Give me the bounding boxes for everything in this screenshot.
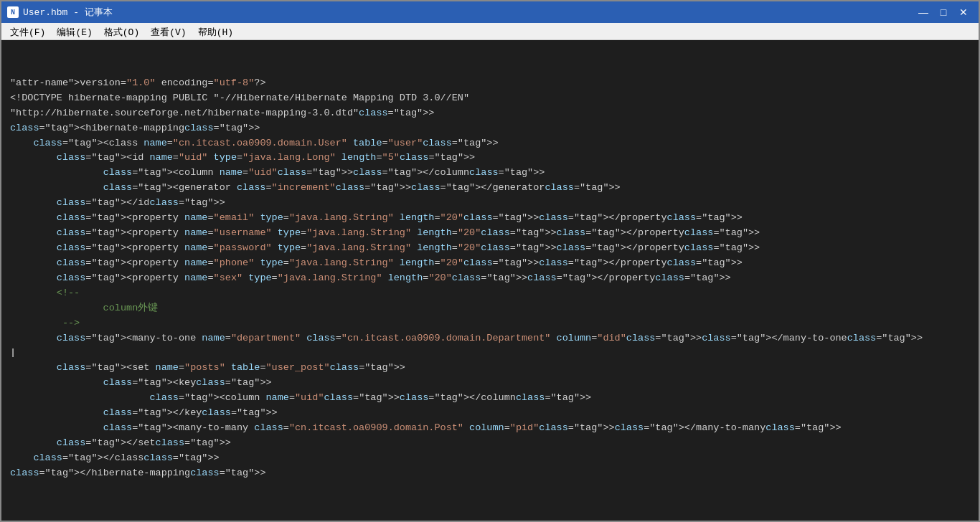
editor-line: class="tag"><property name="email" type=… [10, 211, 970, 226]
maximize-button[interactable]: □ [934, 4, 953, 20]
main-window: N User.hbm - 记事本 — □ ✕ 文件(F)编辑(E)格式(O)查看… [0, 0, 980, 522]
app-icon: N [7, 6, 19, 18]
menu-bar: 文件(F)编辑(E)格式(O)查看(V)帮助(H) [1, 23, 979, 40]
close-button[interactable]: ✕ [954, 4, 973, 20]
editor-area[interactable]: "attr-name">version="1.0" encoding="utf-… [1, 40, 979, 521]
editor-line: class="tag"><class name="cn.itcast.oa090… [10, 136, 970, 151]
menu-item-h[interactable]: 帮助(H) [192, 24, 239, 38]
title-bar-left: N User.hbm - 记事本 [7, 6, 113, 19]
editor-line: "attr-name">version="1.0" encoding="utf-… [10, 76, 970, 91]
editor-line: column外键 [10, 301, 970, 316]
menu-item-e[interactable]: 编辑(E) [51, 24, 98, 38]
window-controls: — □ ✕ [914, 4, 973, 20]
editor-line: class="tag"><property name="sex" type="j… [10, 271, 970, 286]
editor-line: class="tag"><many-to-many class="cn.itca… [10, 421, 970, 436]
minimize-button[interactable]: — [914, 4, 933, 20]
editor-line: class="tag"><keyclass="tag">> [10, 376, 970, 391]
editor-line: class="tag"><column name="uid"class="tag… [10, 166, 970, 181]
editor-line: --> [10, 316, 970, 331]
editor-line: class="tag"><property name="username" ty… [10, 226, 970, 241]
editor-line: class="tag"></classclass="tag">> [10, 451, 970, 466]
editor-line: class="tag"></keyclass="tag">> [10, 406, 970, 421]
title-bar: N User.hbm - 记事本 — □ ✕ [1, 1, 979, 23]
menu-item-v[interactable]: 查看(V) [145, 24, 192, 38]
editor-line: "http://hibernate.sourceforge.net/hibern… [10, 106, 970, 121]
editor-line: class="tag"></hibernate-mappingclass="ta… [10, 466, 970, 481]
window-title: User.hbm - 记事本 [23, 6, 113, 19]
editor-line: class="tag"><column name="uid"class="tag… [10, 391, 970, 406]
editor-line: class="tag"><hibernate-mappingclass="tag… [10, 121, 970, 136]
menu-item-f[interactable]: 文件(F) [4, 24, 51, 38]
editor-line: class="tag"></idclass="tag">> [10, 196, 970, 211]
editor-line: <!DOCTYPE hibernate-mapping PUBLIC "-//H… [10, 91, 970, 106]
editor-line: class="tag"></setclass="tag">> [10, 436, 970, 451]
editor-line: class="tag"><many-to-one name="departmen… [10, 331, 970, 346]
editor-line: | [10, 346, 970, 361]
editor-line: class="tag"><set name="posts" table="use… [10, 361, 970, 376]
editor-line: <!-- [10, 286, 970, 301]
editor-line: class="tag"><property name="phone" type=… [10, 256, 970, 271]
editor-line: class="tag"><property name="password" ty… [10, 241, 970, 256]
editor-line: class="tag"><generator class="increment"… [10, 181, 970, 196]
editor-line: class="tag"><id name="uid" type="java.la… [10, 151, 970, 166]
menu-item-o[interactable]: 格式(O) [98, 24, 145, 38]
